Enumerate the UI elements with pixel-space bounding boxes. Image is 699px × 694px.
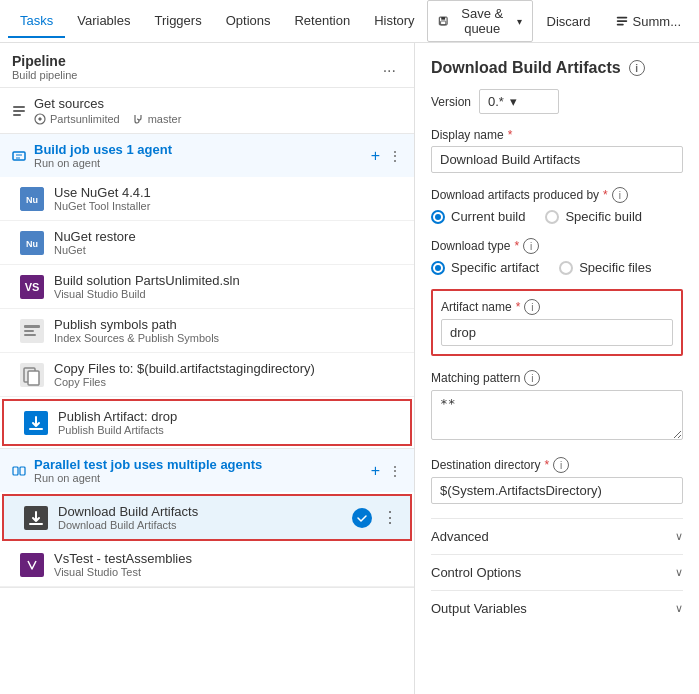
nuget-tool-icon: Nu <box>20 187 44 211</box>
tab-retention[interactable]: Retention <box>282 5 362 38</box>
specific-build-radio[interactable] <box>545 210 559 224</box>
artifact-name-required: * <box>516 300 521 314</box>
job-group-2: Parallel test job uses multiple agents R… <box>0 449 414 588</box>
task-copy-files[interactable]: Copy Files to: $(build.artifactstagingdi… <box>0 353 414 397</box>
display-name-group: Display name * <box>431 128 683 173</box>
source-repo-label: Partsunlimited <box>50 113 120 125</box>
task-use-nuget-subtitle: NuGet Tool Installer <box>54 200 402 212</box>
task-download-artifacts[interactable]: Download Build Artifacts Download Build … <box>2 494 412 541</box>
task-download-menu-button[interactable]: ⋮ <box>382 508 398 527</box>
get-sources-title: Get sources <box>34 96 402 111</box>
job-1-add-button[interactable]: + <box>371 147 380 165</box>
destination-dir-input[interactable] <box>431 477 683 504</box>
pipeline-title: Pipeline <box>12 53 77 69</box>
source-repo-item: Partsunlimited <box>34 113 120 125</box>
output-variables-title: Output Variables <box>431 601 527 616</box>
control-options-title: Control Options <box>431 565 521 580</box>
right-panel: Download Build Artifacts i Version 0.* ▾… <box>415 43 699 694</box>
display-name-required: * <box>508 128 513 142</box>
svg-rect-10 <box>13 152 25 160</box>
job-2-menu-button[interactable]: ⋮ <box>388 463 402 479</box>
tab-history[interactable]: History <box>362 5 426 38</box>
version-label: Version <box>431 95 471 109</box>
job-2-content: Parallel test job uses multiple agents R… <box>34 457 363 484</box>
specific-build-option[interactable]: Specific build <box>545 209 642 224</box>
pipeline-ellipsis-button[interactable]: ... <box>377 56 402 78</box>
job-1-menu-button[interactable]: ⋮ <box>388 148 402 164</box>
branch-icon <box>132 113 144 125</box>
save-queue-button[interactable]: Save & queue ▾ <box>427 0 533 42</box>
discard-button[interactable]: Discard <box>537 9 601 34</box>
produced-by-info-icon[interactable]: i <box>612 187 628 203</box>
task-download-artifacts-title: Download Build Artifacts <box>58 504 342 519</box>
tab-tasks[interactable]: Tasks <box>8 5 65 38</box>
panel-title: Download Build Artifacts i <box>431 59 683 77</box>
get-sources-item[interactable]: Get sources Partsunlimited master <box>0 88 414 134</box>
download-type-required: * <box>514 239 519 253</box>
task-copy-files-subtitle: Copy Files <box>54 376 402 388</box>
specific-files-label: Specific files <box>579 260 651 275</box>
specific-files-radio[interactable] <box>559 261 573 275</box>
task-vstest[interactable]: VsTest - testAssemblies Visual Studio Te… <box>0 543 414 587</box>
task-publish-artifact[interactable]: Publish Artifact: drop Publish Build Art… <box>2 399 412 446</box>
download-type-info-icon[interactable]: i <box>523 238 539 254</box>
nav-actions: Save & queue ▾ Discard Summ... <box>427 0 691 42</box>
task-publish-symbols[interactable]: Publish symbols path Index Sources & Pub… <box>0 309 414 353</box>
specific-files-option[interactable]: Specific files <box>559 260 651 275</box>
download-type-group: Download type * i Specific artifact Spec… <box>431 238 683 275</box>
matching-pattern-group: Matching pattern i <box>431 370 683 443</box>
display-name-input[interactable] <box>431 146 683 173</box>
panel-title-text: Download Build Artifacts <box>431 59 621 77</box>
task-copy-files-title: Copy Files to: $(build.artifactstagingdi… <box>54 361 402 376</box>
advanced-section[interactable]: Advanced ∨ <box>431 518 683 554</box>
task-publish-symbols-subtitle: Index Sources & Publish Symbols <box>54 332 402 344</box>
current-build-option[interactable]: Current build <box>431 209 525 224</box>
summary-button[interactable]: Summ... <box>605 9 691 34</box>
matching-pattern-input[interactable] <box>431 390 683 440</box>
task-build-solution-title: Build solution PartsUnlimited.sln <box>54 273 402 288</box>
tab-triggers[interactable]: Triggers <box>142 5 213 38</box>
svg-rect-2 <box>440 21 445 25</box>
specific-artifact-radio[interactable] <box>431 261 445 275</box>
tab-variables[interactable]: Variables <box>65 5 142 38</box>
job-header-2: Parallel test job uses multiple agents R… <box>0 449 414 492</box>
task-vstest-title: VsTest - testAssemblies <box>54 551 402 566</box>
get-sources-content: Get sources Partsunlimited master <box>34 96 402 125</box>
task-download-badge <box>352 508 372 528</box>
destination-dir-group: Destination directory * i <box>431 457 683 504</box>
version-dropdown[interactable]: 0.* ▾ <box>479 89 559 114</box>
control-options-section[interactable]: Control Options ∨ <box>431 554 683 590</box>
matching-pattern-info-icon[interactable]: i <box>524 370 540 386</box>
job-2-add-button[interactable]: + <box>371 462 380 480</box>
summary-icon <box>615 14 629 28</box>
panel-info-icon[interactable]: i <box>629 60 645 76</box>
tab-options[interactable]: Options <box>214 5 283 38</box>
svg-rect-6 <box>13 106 25 108</box>
get-sources-meta: Partsunlimited master <box>34 113 402 125</box>
task-build-solution-content: Build solution PartsUnlimited.sln Visual… <box>54 273 402 300</box>
produced-by-required: * <box>603 188 608 202</box>
job-2-subtitle: Run on agent <box>34 472 363 484</box>
version-value: 0.* <box>488 94 504 109</box>
publish-artifact-icon <box>24 411 48 435</box>
svg-rect-26 <box>13 467 18 475</box>
artifact-name-input[interactable] <box>441 319 673 346</box>
svg-rect-29 <box>29 523 43 525</box>
output-variables-section[interactable]: Output Variables ∨ <box>431 590 683 626</box>
nuget-restore-icon: Nu <box>20 231 44 255</box>
task-build-solution-subtitle: Visual Studio Build <box>54 288 402 300</box>
task-publish-symbols-content: Publish symbols path Index Sources & Pub… <box>54 317 402 344</box>
destination-dir-info-icon[interactable]: i <box>553 457 569 473</box>
task-build-solution[interactable]: VS Build solution PartsUnlimited.sln Vis… <box>0 265 414 309</box>
artifact-name-info-icon[interactable]: i <box>524 299 540 315</box>
task-publish-artifact-title: Publish Artifact: drop <box>58 409 398 424</box>
download-type-radio-group: Specific artifact Specific files <box>431 260 683 275</box>
current-build-radio[interactable] <box>431 210 445 224</box>
task-nuget-restore[interactable]: Nu NuGet restore NuGet <box>0 221 414 265</box>
task-copy-files-content: Copy Files to: $(build.artifactstagingdi… <box>54 361 402 388</box>
task-use-nuget-content: Use NuGet 4.4.1 NuGet Tool Installer <box>54 185 402 212</box>
task-use-nuget[interactable]: Nu Use NuGet 4.4.1 NuGet Tool Installer <box>0 177 414 221</box>
job-1-content: Build job uses 1 agent Run on agent <box>34 142 363 169</box>
nav-tabs: Tasks Variables Triggers Options Retenti… <box>8 5 427 38</box>
specific-artifact-option[interactable]: Specific artifact <box>431 260 539 275</box>
